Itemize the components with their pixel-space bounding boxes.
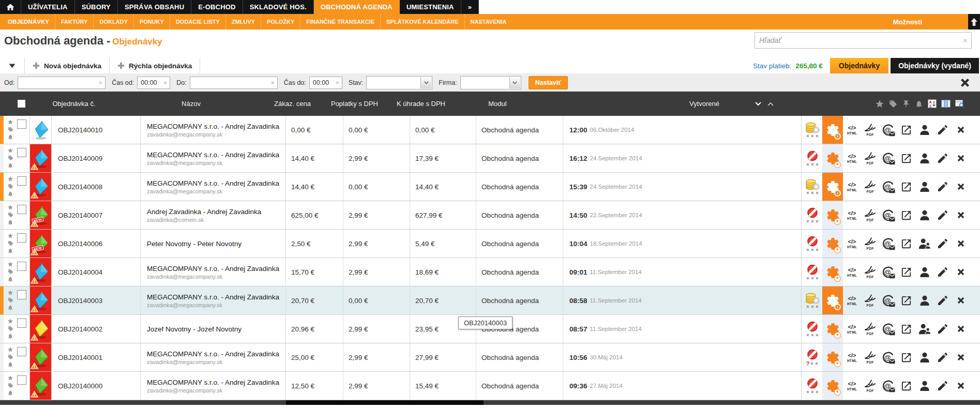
- topnav-item-e-obchod[interactable]: E-OBCHOD: [191, 0, 243, 14]
- row-tag-icon[interactable]: [8, 354, 13, 360]
- open-external-button[interactable]: [897, 266, 915, 278]
- row-checkbox[interactable]: [17, 205, 26, 214]
- row-tag-icon[interactable]: [8, 212, 13, 218]
- delete-button[interactable]: [952, 153, 970, 163]
- order-status-gear-button[interactable]: i: [822, 116, 843, 144]
- topnav-item-uzivatelia[interactable]: UŽÍVATELIA: [21, 0, 75, 14]
- open-external-button[interactable]: [897, 209, 915, 221]
- pdf-export-button[interactable]: PDF: [861, 152, 879, 165]
- customer-button[interactable]: [915, 180, 933, 193]
- order-status-gear-button[interactable]: *: [822, 372, 843, 400]
- customer-button[interactable]: [915, 209, 933, 221]
- edit-button[interactable]: [933, 266, 952, 278]
- topnav-item-umiestnenia[interactable]: UMIESTNENIA: [400, 0, 461, 14]
- delete-button[interactable]: [952, 324, 970, 334]
- scrollbar-thumb[interactable]: [286, 400, 484, 405]
- quick-order-button[interactable]: Rýchla objednávka: [110, 58, 200, 73]
- filter-select-stav[interactable]: [366, 76, 432, 89]
- row-checkbox[interactable]: [17, 319, 26, 328]
- row-checkbox[interactable]: [17, 262, 26, 271]
- sort-desc-icon[interactable]: [755, 102, 761, 106]
- row-bell-icon[interactable]: [7, 305, 13, 311]
- open-external-button[interactable]: [897, 380, 915, 392]
- sort-asc-icon[interactable]: [767, 102, 774, 106]
- row-star-icon[interactable]: [7, 261, 13, 267]
- send-email-button[interactable]: @: [879, 124, 897, 137]
- row-tag-icon[interactable]: [8, 127, 13, 132]
- row-tag-icon[interactable]: [8, 383, 13, 388]
- columns-settings-icon[interactable]: [941, 100, 951, 108]
- row-tag-icon[interactable]: [8, 155, 13, 161]
- search-clear-icon[interactable]: [959, 38, 971, 43]
- html-view-button[interactable]: </>HTML: [843, 182, 861, 192]
- payment-unpaid-icon[interactable]: [803, 377, 822, 394]
- order-status-gear-button[interactable]: *: [822, 343, 843, 371]
- table-row[interactable]: OBJ20140001MEGACOMPANY s.r.o. - Andrej Z…: [0, 343, 980, 372]
- new-order-button[interactable]: Nová objednávka: [25, 58, 110, 73]
- order-status-gear-button[interactable]: *: [822, 144, 843, 172]
- send-email-button[interactable]: @: [879, 351, 897, 364]
- subnav-item-splatkove-kalendare[interactable]: SPLÁTKOVÉ KALENDÁRE: [380, 14, 464, 29]
- order-status-gear-button[interactable]: *: [822, 258, 843, 286]
- open-external-button[interactable]: [897, 181, 915, 193]
- subnav-item-faktury[interactable]: FAKTÚRY: [55, 14, 94, 29]
- row-checkbox[interactable]: [17, 347, 26, 356]
- customer-add-button[interactable]: [915, 237, 933, 250]
- customer-button[interactable]: [915, 351, 933, 364]
- table-row[interactable]: OBJ20140009MEGACOMPANY s.r.o. - Andrej Z…: [0, 144, 980, 173]
- customer-add-button[interactable]: [915, 323, 933, 335]
- subnav-item-financne-transakcie[interactable]: FINANČNÉ TRANSAKCIE: [300, 14, 380, 29]
- topnav-item-subory[interactable]: SÚBORY: [75, 0, 118, 14]
- payment-unpaid-icon[interactable]: [803, 207, 822, 223]
- delete-button[interactable]: [952, 295, 970, 306]
- column-header-module[interactable]: Modul: [454, 100, 541, 108]
- clear-icon[interactable]: [270, 80, 275, 85]
- open-external-button[interactable]: [897, 295, 915, 307]
- topnav-item-sprava-obsahu[interactable]: SPRÁVA OBSAHU: [118, 0, 191, 14]
- edit-button[interactable]: [933, 323, 952, 335]
- row-tag-icon[interactable]: [8, 269, 13, 275]
- clear-icon[interactable]: [163, 80, 168, 85]
- payment-paid-icon[interactable]: [803, 122, 822, 138]
- payment-unpaid-icon[interactable]: [803, 321, 822, 337]
- customer-button[interactable]: [915, 266, 933, 278]
- delete-button[interactable]: [952, 267, 970, 277]
- delete-button[interactable]: [952, 238, 970, 249]
- row-tag-icon[interactable]: [8, 184, 13, 189]
- topnav-item-skladove-hos[interactable]: SKLADOVÉ HOS.: [243, 0, 314, 14]
- table-row[interactable]: OBJ20140000MEGACOMPANY s.r.o. - Andrej Z…: [0, 372, 980, 400]
- table-row[interactable]: OBJ20140010MEGACOMPANY s.r.o. - Andrej Z…: [0, 116, 980, 144]
- subnav-item-objednavky[interactable]: OBJEDNÁVKY: [2, 14, 55, 29]
- pdf-export-button[interactable]: PDF: [861, 180, 879, 193]
- row-star-icon[interactable]: [7, 176, 13, 182]
- html-view-button[interactable]: </>HTML: [843, 324, 861, 334]
- row-checkbox[interactable]: [17, 233, 26, 243]
- row-star-icon[interactable]: [7, 290, 13, 296]
- filter-submit-button[interactable]: Nastaviť: [529, 76, 568, 89]
- column-header-name[interactable]: Názov: [118, 100, 264, 108]
- row-checkbox[interactable]: [17, 119, 26, 129]
- html-view-button[interactable]: </>HTML: [843, 267, 861, 277]
- payment-paid-icon[interactable]: [803, 292, 822, 309]
- table-row[interactable]: OBJ20140004MEGACOMPANY s.r.o. - Andrej Z…: [0, 258, 980, 286]
- pdf-export-button[interactable]: PDF: [861, 209, 879, 222]
- column-header-order-no[interactable]: Objednávka č.: [29, 100, 118, 108]
- row-bell-icon[interactable]: [7, 134, 13, 140]
- subnav-item-nastavenia[interactable]: NASTAVENIA: [464, 14, 512, 29]
- options-button[interactable]: Možnosti: [893, 18, 922, 26]
- edit-button[interactable]: [933, 124, 952, 136]
- row-bell-icon[interactable]: [7, 276, 13, 282]
- customer-button[interactable]: [915, 124, 933, 136]
- payment-paid-icon[interactable]: [803, 178, 822, 195]
- row-star-icon[interactable]: [7, 375, 13, 381]
- table-search-icon[interactable]: [955, 100, 964, 108]
- pdf-export-button[interactable]: PDF: [861, 237, 879, 250]
- scroll-top-button[interactable]: [968, 14, 980, 29]
- column-header-fees-vat[interactable]: Poplatky s DPH: [321, 100, 388, 108]
- html-view-button[interactable]: </>HTML: [843, 296, 861, 306]
- row-star-icon[interactable]: [7, 119, 13, 125]
- pdf-export-button[interactable]: PDF: [861, 124, 879, 137]
- filter-select-firma[interactable]: [460, 76, 521, 89]
- table-row[interactable]: OBJ20140008MEGACOMPANY s.r.o. - Andrej Z…: [0, 173, 980, 201]
- column-header-order-price[interactable]: Zákaz. cena: [264, 100, 321, 108]
